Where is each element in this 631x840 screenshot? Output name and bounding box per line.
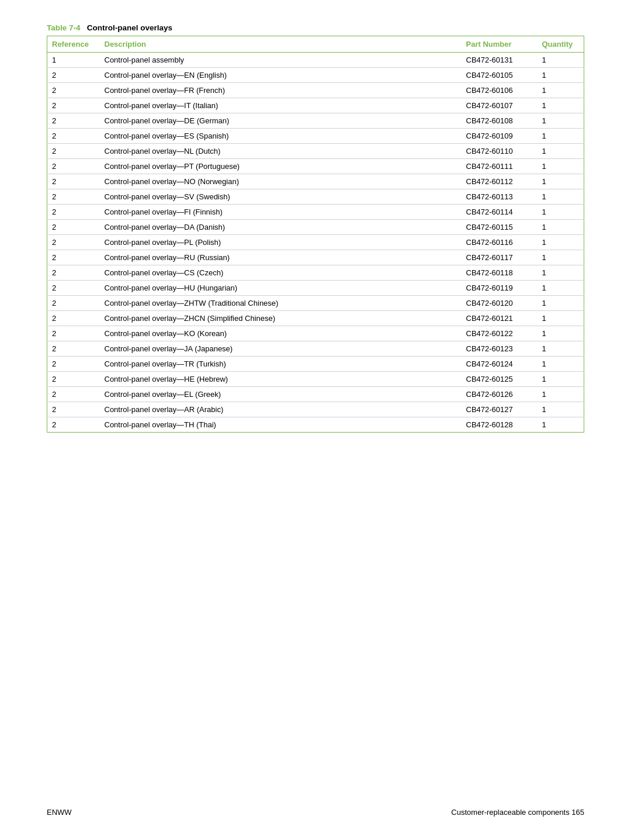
cell-reference: 2 xyxy=(47,281,100,296)
cell-reference: 2 xyxy=(47,250,100,265)
cell-description: Control-panel overlay—SV (Swedish) xyxy=(100,189,462,205)
cell-quantity: 1 xyxy=(538,281,584,296)
cell-reference: 2 xyxy=(47,174,100,189)
cell-quantity: 1 xyxy=(538,113,584,129)
cell-part-number: CB472-60106 xyxy=(462,83,538,98)
cell-reference: 2 xyxy=(47,265,100,281)
table-row: 2Control-panel overlay—NO (Norwegian)CB4… xyxy=(47,174,584,189)
table-row: 1Control-panel assemblyCB472-601311 xyxy=(47,53,584,68)
cell-quantity: 1 xyxy=(538,98,584,113)
table-label: Table 7-4 xyxy=(47,23,81,32)
table-row: 2Control-panel overlay—FR (French)CB472-… xyxy=(47,83,584,98)
table-row: 2Control-panel overlay—HE (Hebrew)CB472-… xyxy=(47,372,584,387)
cell-reference: 2 xyxy=(47,235,100,250)
cell-description: Control-panel overlay—HE (Hebrew) xyxy=(100,372,462,387)
cell-description: Control-panel overlay—ES (Spanish) xyxy=(100,129,462,144)
cell-part-number: CB472-60115 xyxy=(462,220,538,235)
cell-part-number: CB472-60105 xyxy=(462,68,538,83)
cell-reference: 2 xyxy=(47,402,100,417)
table-row: 2Control-panel overlay—ZHCN (Simplified … xyxy=(47,311,584,326)
table-row: 2Control-panel overlay—HU (Hungarian)CB4… xyxy=(47,281,584,296)
cell-quantity: 1 xyxy=(538,250,584,265)
footer-right: Customer-replaceable components 165 xyxy=(451,808,584,817)
cell-part-number: CB472-60110 xyxy=(462,144,538,159)
cell-description: Control-panel overlay—EN (English) xyxy=(100,68,462,83)
table-row: 2Control-panel overlay—NL (Dutch)CB472-6… xyxy=(47,144,584,159)
table-row: 2Control-panel overlay—SV (Swedish)CB472… xyxy=(47,189,584,205)
cell-description: Control-panel overlay—PL (Polish) xyxy=(100,235,462,250)
cell-quantity: 1 xyxy=(538,53,584,68)
page-footer: ENWW Customer-replaceable components 165 xyxy=(47,808,584,817)
cell-reference: 2 xyxy=(47,98,100,113)
cell-description: Control-panel overlay—ZHCN (Simplified C… xyxy=(100,311,462,326)
table-header-row: Reference Description Part Number Quanti… xyxy=(47,36,584,53)
cell-reference: 2 xyxy=(47,129,100,144)
cell-part-number: CB472-60121 xyxy=(462,311,538,326)
table-row: 2Control-panel overlay—EL (Greek)CB472-6… xyxy=(47,387,584,402)
table-row: 2Control-panel overlay—ZHTW (Traditional… xyxy=(47,296,584,311)
cell-reference: 2 xyxy=(47,387,100,402)
cell-part-number: CB472-60125 xyxy=(462,372,538,387)
cell-quantity: 1 xyxy=(538,129,584,144)
table-row: 2Control-panel overlay—TH (Thai)CB472-60… xyxy=(47,417,584,433)
page-content: Table 7-4 Control-panel overlays Referen… xyxy=(47,23,584,433)
cell-description: Control-panel overlay—DA (Danish) xyxy=(100,220,462,235)
cell-description: Control-panel overlay—KO (Korean) xyxy=(100,326,462,341)
cell-description: Control-panel overlay—FI (Finnish) xyxy=(100,205,462,220)
cell-description: Control-panel assembly xyxy=(100,53,462,68)
cell-reference: 2 xyxy=(47,205,100,220)
cell-quantity: 1 xyxy=(538,372,584,387)
cell-part-number: CB472-60127 xyxy=(462,402,538,417)
cell-quantity: 1 xyxy=(538,265,584,281)
cell-description: Control-panel overlay—AR (Arabic) xyxy=(100,402,462,417)
cell-description: Control-panel overlay—NO (Norwegian) xyxy=(100,174,462,189)
cell-quantity: 1 xyxy=(538,144,584,159)
cell-description: Control-panel overlay—TH (Thai) xyxy=(100,417,462,433)
cell-description: Control-panel overlay—CS (Czech) xyxy=(100,265,462,281)
cell-part-number: CB472-60113 xyxy=(462,189,538,205)
cell-quantity: 1 xyxy=(538,68,584,83)
col-header-quantity: Quantity xyxy=(538,36,584,53)
col-header-partnum: Part Number xyxy=(462,36,538,53)
cell-part-number: CB472-60107 xyxy=(462,98,538,113)
cell-description: Control-panel overlay—EL (Greek) xyxy=(100,387,462,402)
cell-quantity: 1 xyxy=(538,296,584,311)
cell-part-number: CB472-60128 xyxy=(462,417,538,433)
cell-description: Control-panel overlay—IT (Italian) xyxy=(100,98,462,113)
table-title: Table 7-4 Control-panel overlays xyxy=(47,23,584,32)
cell-description: Control-panel overlay—JA (Japanese) xyxy=(100,341,462,357)
cell-reference: 2 xyxy=(47,113,100,129)
cell-part-number: CB472-60124 xyxy=(462,357,538,372)
table-row: 2Control-panel overlay—FI (Finnish)CB472… xyxy=(47,205,584,220)
cell-quantity: 1 xyxy=(538,311,584,326)
cell-description: Control-panel overlay—FR (French) xyxy=(100,83,462,98)
cell-quantity: 1 xyxy=(538,159,584,174)
table-row: 2Control-panel overlay—TR (Turkish)CB472… xyxy=(47,357,584,372)
cell-quantity: 1 xyxy=(538,402,584,417)
cell-part-number: CB472-60111 xyxy=(462,159,538,174)
cell-quantity: 1 xyxy=(538,83,584,98)
table-row: 2Control-panel overlay—JA (Japanese)CB47… xyxy=(47,341,584,357)
cell-part-number: CB472-60109 xyxy=(462,129,538,144)
cell-reference: 2 xyxy=(47,144,100,159)
cell-quantity: 1 xyxy=(538,189,584,205)
table-row: 2Control-panel overlay—ES (Spanish)CB472… xyxy=(47,129,584,144)
cell-part-number: CB472-60123 xyxy=(462,341,538,357)
cell-reference: 2 xyxy=(47,296,100,311)
cell-quantity: 1 xyxy=(538,235,584,250)
cell-reference: 2 xyxy=(47,83,100,98)
col-header-reference: Reference xyxy=(47,36,100,53)
table-row: 2Control-panel overlay—DA (Danish)CB472-… xyxy=(47,220,584,235)
cell-description: Control-panel overlay—RU (Russian) xyxy=(100,250,462,265)
cell-quantity: 1 xyxy=(538,205,584,220)
table-row: 2Control-panel overlay—DE (German)CB472-… xyxy=(47,113,584,129)
cell-reference: 1 xyxy=(47,53,100,68)
table-row: 2Control-panel overlay—RU (Russian)CB472… xyxy=(47,250,584,265)
col-header-description: Description xyxy=(100,36,462,53)
cell-part-number: CB472-60117 xyxy=(462,250,538,265)
cell-part-number: CB472-60131 xyxy=(462,53,538,68)
cell-part-number: CB472-60114 xyxy=(462,205,538,220)
table-name: Control-panel overlays xyxy=(87,23,172,32)
table-row: 2Control-panel overlay—IT (Italian)CB472… xyxy=(47,98,584,113)
cell-reference: 2 xyxy=(47,311,100,326)
